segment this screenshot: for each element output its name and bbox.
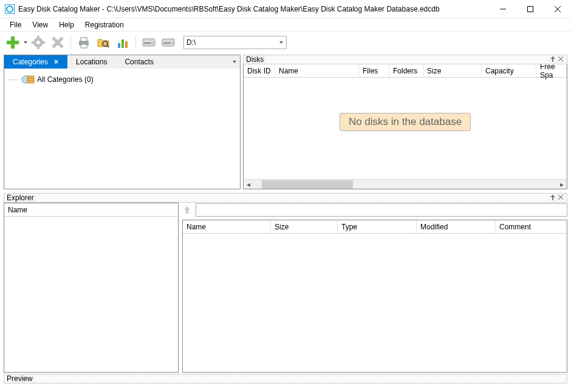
col-file-size[interactable]: Size (271, 220, 338, 233)
svg-rect-32 (27, 81, 34, 83)
svg-rect-11 (32, 41, 34, 44)
maximize-button[interactable] (516, 0, 544, 18)
col-file-type[interactable]: Type (338, 220, 417, 233)
stats-button[interactable] (114, 33, 132, 52)
disks-grid[interactable]: No disks in the database (244, 78, 567, 179)
menu-file[interactable]: File (5, 19, 26, 30)
svg-rect-27 (163, 42, 171, 44)
col-file-modified[interactable]: Modified (417, 220, 496, 233)
left-tabstrip: Categories × Locations Contacts (4, 55, 240, 69)
disks-header: Disks (243, 55, 567, 64)
close-button[interactable] (544, 0, 571, 18)
menu-help[interactable]: Help (54, 19, 79, 30)
tab-close-icon[interactable]: × (54, 58, 58, 66)
col-disk-id[interactable]: Disk ID (244, 64, 275, 77)
app-icon (5, 4, 15, 14)
svg-point-28 (172, 42, 173, 44)
tab-categories-label: Categories (13, 58, 48, 66)
svg-rect-21 (121, 39, 124, 48)
search-folder-icon (97, 36, 110, 49)
print-button[interactable] (75, 33, 93, 52)
drive1-button[interactable] (140, 33, 158, 52)
up-button[interactable] (182, 205, 192, 215)
scroll-left-icon[interactable]: ◂ (244, 180, 253, 189)
minimize-button[interactable] (489, 0, 516, 18)
col-size[interactable]: Size (423, 64, 482, 77)
explorer-header: Explorer (4, 193, 567, 203)
separator (135, 35, 136, 50)
tabstrip-overflow[interactable] (229, 55, 240, 69)
add-button[interactable] (4, 33, 22, 52)
explorer-files-columns: Name Size Type Modified Comment (183, 220, 567, 234)
menu-bar: File View Help Registration (0, 18, 571, 32)
preview-title: Preview (7, 374, 35, 383)
x-icon (51, 36, 64, 49)
scroll-right-icon[interactable]: ▸ (557, 180, 567, 189)
svg-rect-22 (125, 41, 128, 48)
svg-rect-24 (144, 42, 151, 44)
tab-locations-label: Locations (76, 58, 107, 66)
no-disks-message: No disks in the database (340, 113, 471, 131)
path-input[interactable] (196, 203, 567, 217)
svg-rect-31 (27, 78, 34, 81)
svg-rect-2 (527, 6, 533, 12)
col-free-space[interactable]: Free Spa (536, 64, 567, 77)
tree-root-label: All Categories (0) (37, 75, 94, 84)
svg-rect-30 (27, 76, 34, 78)
tree-toggle-icon: ⋯⋯ (8, 76, 19, 83)
svg-rect-16 (81, 38, 87, 41)
pin-icon[interactable] (550, 56, 556, 63)
explorer-title: Explorer (7, 194, 36, 202)
arrow-up-icon (183, 206, 191, 214)
bar-chart-icon (116, 36, 129, 49)
drive-icon (142, 38, 156, 47)
title-bar: Easy Disk Catalog Maker - C:\Users\VMS\D… (0, 0, 571, 18)
svg-rect-9 (37, 36, 39, 38)
category-folder-icon (21, 74, 35, 85)
tab-contacts[interactable]: Contacts (116, 55, 162, 69)
close-pane-icon[interactable] (558, 56, 563, 63)
svg-rect-12 (43, 41, 45, 44)
col-folders[interactable]: Folders (389, 64, 423, 77)
explorer-files-panel: Name Size Type Modified Comment (182, 203, 567, 373)
scroll-track[interactable] (253, 180, 557, 189)
tree-root-item[interactable]: ⋯⋯ All Categories (0) (8, 73, 236, 86)
col-name[interactable]: Name (275, 64, 359, 77)
svg-point-36 (552, 199, 553, 200)
explorer-tree-columns: Name (4, 203, 178, 217)
col-files[interactable]: Files (359, 64, 389, 77)
disks-hscrollbar[interactable]: ◂ ▸ (244, 179, 567, 189)
pin-icon[interactable] (550, 195, 556, 201)
search-button[interactable] (94, 33, 112, 52)
categories-panel: Categories × Locations Contacts ⋯⋯ All C… (4, 55, 241, 189)
menu-registration[interactable]: Registration (80, 19, 129, 30)
disks-columns: Disk ID Name Files Folders Size Capacity… (244, 64, 567, 78)
menu-view[interactable]: View (27, 19, 53, 30)
svg-point-33 (552, 61, 553, 62)
col-capacity[interactable]: Capacity (482, 64, 536, 77)
explorer-tree[interactable] (4, 217, 178, 372)
tab-locations[interactable]: Locations (67, 55, 116, 69)
settings-button[interactable] (29, 33, 47, 52)
svg-rect-6 (7, 41, 19, 44)
col-file-name[interactable]: Name (183, 220, 271, 233)
explorer-tree-panel: Name (4, 203, 179, 373)
drive2-button[interactable] (159, 33, 177, 52)
dropdown-arrow-icon[interactable] (23, 35, 28, 50)
disks-panel: Disks Disk ID Name Files Folders Size Ca… (243, 55, 567, 189)
drive-select[interactable]: D:\ (183, 36, 287, 49)
drive-select-value: D:\ (186, 38, 196, 47)
scroll-thumb[interactable] (262, 180, 353, 189)
delete-button[interactable] (49, 33, 67, 52)
categories-tree[interactable]: ⋯⋯ All Categories (0) (4, 69, 240, 189)
close-pane-icon[interactable] (558, 195, 563, 201)
col-file-comment[interactable]: Comment (496, 220, 567, 233)
preview-header: Preview (4, 374, 567, 384)
svg-point-25 (152, 42, 154, 44)
drive-icon (162, 38, 175, 47)
explorer-files-grid[interactable] (183, 234, 567, 372)
window-title: Easy Disk Catalog Maker - C:\Users\VMS\D… (18, 5, 489, 13)
svg-rect-20 (118, 43, 120, 48)
tab-categories[interactable]: Categories × (4, 55, 67, 69)
col-tree-name[interactable]: Name (4, 203, 178, 216)
